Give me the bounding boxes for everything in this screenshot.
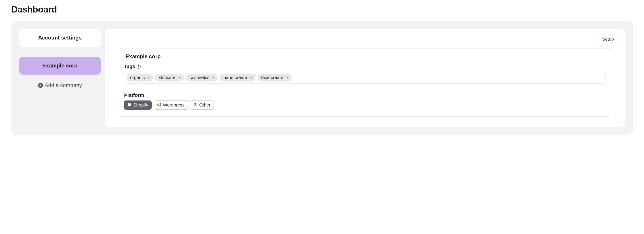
tag-label: face cream — [261, 75, 283, 80]
shopify-icon — [128, 102, 132, 108]
tag-label: organic — [130, 75, 145, 80]
add-company-label: Add a company — [45, 82, 82, 88]
add-company-button[interactable]: + Add a company — [19, 82, 100, 88]
platform-section-label: Platform — [124, 92, 606, 98]
tag-remove-icon[interactable]: × — [250, 76, 253, 79]
tag-remove-icon[interactable]: × — [286, 76, 289, 79]
platform-wordpress-button[interactable]: Wordpress — [154, 100, 188, 110]
sidebar: Account settings Example corp + Add a co… — [19, 29, 100, 88]
main-header: Setup — [112, 34, 618, 44]
tag-label: skincare — [159, 75, 175, 80]
platform-shopify-button[interactable]: Shopify — [124, 100, 152, 110]
svg-line-1 — [195, 103, 196, 106]
tags-label-text: Tags — [124, 64, 135, 69]
platform-label: Wordpress — [163, 102, 184, 108]
tag-label: cosmetics — [190, 75, 210, 80]
page-title: Dashboard — [11, 4, 633, 14]
wordpress-icon — [157, 102, 161, 108]
tag-remove-icon[interactable]: × — [148, 76, 150, 79]
sidebar-item-company[interactable]: Example corp — [19, 57, 100, 75]
company-card-title: Example corp — [124, 53, 606, 60]
tag-chip: face cream× — [258, 74, 292, 81]
tag-label: hand cream — [224, 75, 247, 80]
setup-button[interactable]: Setup — [598, 34, 618, 44]
code-icon — [194, 102, 198, 108]
platform-label: Shopify — [133, 102, 148, 108]
help-icon[interactable]: ? — [137, 64, 141, 68]
company-card: Example corp Tags ? organic×skincare×cos… — [118, 48, 612, 117]
platform-label: Other — [199, 102, 210, 108]
tags-input[interactable]: organic×skincare×cosmetics×hand cream×fa… — [124, 72, 606, 83]
tag-chip: hand cream× — [220, 74, 255, 81]
tag-remove-icon[interactable]: × — [178, 76, 181, 79]
platform-other-button[interactable]: Other — [190, 100, 214, 110]
tags-section-label: Tags ? — [124, 64, 606, 69]
account-settings-button[interactable]: Account settings — [19, 29, 100, 47]
main-content: Setup Example corp Tags ? organic×skinca… — [105, 29, 625, 127]
tag-chip: cosmetics× — [186, 74, 218, 81]
tag-chip: skincare× — [155, 74, 184, 81]
dashboard-panel: Account settings Example corp + Add a co… — [11, 21, 633, 135]
platform-label-text: Platform — [124, 92, 144, 98]
tag-chip: organic× — [126, 74, 153, 81]
platform-row: ShopifyWordpressOther — [124, 100, 606, 110]
tag-remove-icon[interactable]: × — [212, 76, 215, 79]
plus-circle-icon: + — [38, 83, 43, 88]
